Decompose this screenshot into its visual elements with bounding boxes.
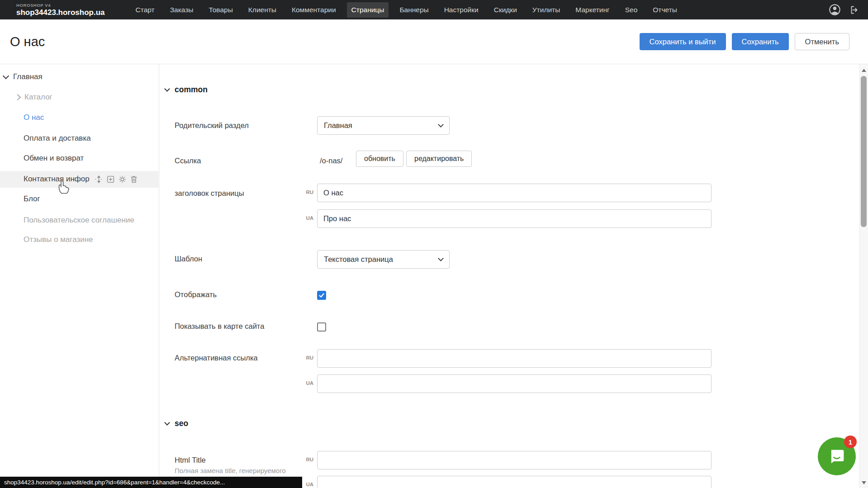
topbar-right-icons xyxy=(829,4,860,16)
vertical-scrollbar[interactable] xyxy=(859,64,868,488)
scroll-down-arrow-icon[interactable] xyxy=(862,481,866,484)
settings-icon[interactable] xyxy=(119,175,126,183)
template-label: Шаблон xyxy=(175,255,202,263)
main-menu: Старт Заказы Товары Клиенты Комментарии … xyxy=(131,2,682,18)
link-label: Ссылка xyxy=(175,156,201,165)
save-button[interactable]: Сохранить xyxy=(732,33,789,50)
chevron-right-icon[interactable] xyxy=(14,94,21,100)
display-checkbox[interactable] xyxy=(317,291,326,300)
html-title-ua-input[interactable] xyxy=(317,476,711,488)
shop-logo[interactable]: HOROSHOP V4 shop34423.horoshop.ua xyxy=(16,3,105,16)
menu-item-utilities[interactable]: Утилиты xyxy=(528,2,565,18)
chevron-down-icon xyxy=(438,256,444,261)
sidebar-item-oplata[interactable]: Оплата и доставка xyxy=(24,131,91,146)
html-title-ru-input[interactable] xyxy=(317,451,711,469)
lang-badge-ua: UA xyxy=(300,215,313,221)
menu-item-pages[interactable]: Страницы xyxy=(347,2,389,18)
link-preview-statusbar: shop34423.horoshop.ua/edit/edit.php?id=6… xyxy=(0,477,302,488)
sidebar-item-label: Оплата и доставка xyxy=(24,134,91,143)
sidebar-item-blog[interactable]: Блог xyxy=(24,191,40,207)
sidebar-item-glavnaya[interactable]: Главная xyxy=(4,69,43,85)
tree-item-actions xyxy=(95,175,138,183)
chat-bubble-icon xyxy=(827,446,847,466)
alt-link-ru-input[interactable] xyxy=(317,349,711,368)
page-title-ua-input[interactable] xyxy=(317,209,711,228)
html-title-hint: Полная замена title, генерируемого xyxy=(175,467,286,474)
sidebar-item-polzovatelskoe[interactable]: Пользовательское соглашение xyxy=(24,213,134,228)
chevron-down-icon xyxy=(164,86,170,92)
delete-icon[interactable] xyxy=(130,175,138,183)
chat-unread-badge[interactable]: 1 xyxy=(844,436,857,448)
menu-item-start[interactable]: Старт xyxy=(131,2,159,18)
menu-item-seo[interactable]: Seo xyxy=(621,2,642,18)
menu-item-banners[interactable]: Баннеры xyxy=(395,2,433,18)
top-navigation-bar: HOROSHOP V4 shop34423.horoshop.ua Старт … xyxy=(0,0,868,19)
menu-item-settings[interactable]: Настройки xyxy=(440,2,483,18)
lang-badge-ru: RU xyxy=(300,457,313,462)
sidebar-item-label: Пользовательское соглашение xyxy=(24,216,134,225)
parent-section-label: Родительский раздел xyxy=(175,121,249,130)
sidebar-item-o-nas[interactable]: О нас xyxy=(24,110,44,125)
alt-link-label: Альтернативная ссылка xyxy=(175,354,258,362)
logout-icon[interactable] xyxy=(849,5,860,15)
sidebar-item-kontaktnaya[interactable]: Контактная инфор xyxy=(24,171,138,187)
horoshop-admin-screen: HOROSHOP V4 shop34423.horoshop.ua Старт … xyxy=(0,0,868,488)
sidebar-item-otzyvy[interactable]: Отзывы о магазине xyxy=(24,232,93,247)
link-refresh-button[interactable]: обновить xyxy=(356,151,403,167)
chevron-down-icon[interactable] xyxy=(3,72,9,79)
page-title-ru-input[interactable] xyxy=(317,184,711,202)
section-common[interactable]: common xyxy=(165,85,208,95)
cancel-button[interactable]: Отменить xyxy=(795,33,849,50)
page-title-field-label: заголовок страницы xyxy=(175,189,244,198)
parent-section-value: Главная xyxy=(324,121,352,130)
sidebar-item-obmen[interactable]: Обмен и возврат xyxy=(24,151,84,166)
menu-item-clients[interactable]: Клиенты xyxy=(244,2,281,18)
link-path: /o-nas/ xyxy=(320,156,342,165)
menu-item-marketing[interactable]: Маркетинг xyxy=(571,2,614,18)
lang-badge-ru: RU xyxy=(300,355,313,360)
section-common-label: common xyxy=(175,85,208,95)
page-header: О нас Сохранить и выйти Сохранить Отмени… xyxy=(0,19,868,64)
menu-item-reports[interactable]: Отчеты xyxy=(648,2,682,18)
chevron-down-icon xyxy=(438,122,444,128)
add-icon[interactable] xyxy=(107,175,114,183)
header-buttons: Сохранить и выйти Сохранить Отменить xyxy=(640,33,849,50)
section-seo[interactable]: seo xyxy=(165,419,188,428)
display-label: Отображать xyxy=(175,290,217,299)
statusbar-url: shop34423.horoshop.ua/edit/edit.php?id=6… xyxy=(4,479,225,486)
scroll-up-arrow-icon[interactable] xyxy=(862,69,866,72)
sidebar-item-label: О нас xyxy=(24,113,44,122)
menu-item-orders[interactable]: Заказы xyxy=(166,2,198,18)
template-value: Текстовая страница xyxy=(324,255,393,264)
scrollbar-thumb[interactable] xyxy=(861,76,867,227)
html-title-label: Html Title xyxy=(175,456,206,464)
sidebar-item-label: Контактная инфор xyxy=(24,175,90,184)
sidebar-item-label: Каталог xyxy=(24,93,52,102)
alt-link-ua-input[interactable] xyxy=(317,374,711,393)
move-icon[interactable] xyxy=(95,175,103,183)
sitemap-checkbox[interactable] xyxy=(317,322,326,332)
sitemap-label: Показывать в карте сайта xyxy=(175,322,264,331)
template-select[interactable]: Текстовая страница xyxy=(317,250,450,269)
lang-badge-ua: UA xyxy=(300,380,313,386)
logo-domain-label: shop34423.horoshop.ua xyxy=(16,9,105,16)
pages-tree-sidebar: Главная Каталог О нас Оплата и доставка … xyxy=(0,64,159,488)
sidebar-item-label: Отзывы о магазине xyxy=(24,235,93,244)
account-icon[interactable] xyxy=(829,4,841,16)
menu-item-products[interactable]: Товары xyxy=(204,2,237,18)
chevron-down-icon xyxy=(164,420,170,426)
parent-section-select[interactable]: Главная xyxy=(317,116,450,135)
sidebar-item-katalog[interactable]: Каталог xyxy=(15,90,52,105)
section-seo-label: seo xyxy=(175,419,188,428)
page-title: О нас xyxy=(10,34,45,49)
lang-badge-ru: RU xyxy=(300,190,313,195)
menu-item-discounts[interactable]: Скидки xyxy=(489,2,522,18)
checkmark-icon xyxy=(318,292,325,298)
sidebar-item-label: Обмен и возврат xyxy=(24,154,84,163)
logo-version-label: HOROSHOP V4 xyxy=(16,3,105,8)
sidebar-item-label: Главная xyxy=(13,72,43,81)
menu-item-comments[interactable]: Комментарии xyxy=(287,2,341,18)
link-edit-button[interactable]: редактировать xyxy=(406,151,472,167)
sidebar-item-label: Блог xyxy=(24,194,40,204)
save-and-exit-button[interactable]: Сохранить и выйти xyxy=(640,33,726,50)
